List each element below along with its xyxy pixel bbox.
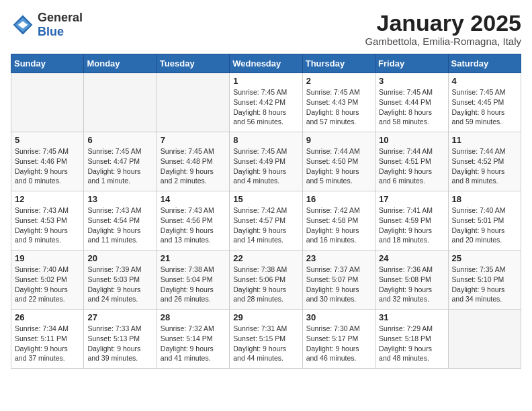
daylight-label: Daylight: 9 hours and 1 minute.	[87, 167, 140, 185]
cell-content: Sunrise: 7:33 AMSunset: 5:13 PMDaylight:…	[87, 324, 152, 363]
sunset-label: Sunset: 5:01 PM	[452, 216, 504, 224]
cell-content: Sunrise: 7:40 AMSunset: 5:01 PMDaylight:…	[452, 205, 517, 245]
daylight-label: Daylight: 9 hours and 22 minutes.	[15, 285, 68, 304]
daylight-label: Daylight: 9 hours and 16 minutes.	[306, 226, 359, 244]
cell-content: Sunrise: 7:31 AMSunset: 5:15 PMDaylight:…	[233, 324, 298, 363]
calendar-cell: 9Sunrise: 7:44 AMSunset: 4:50 PMDaylight…	[302, 132, 375, 191]
cell-content: Sunrise: 7:36 AMSunset: 5:08 PMDaylight:…	[379, 265, 444, 304]
sunrise-label: Sunrise: 7:45 AM	[306, 88, 360, 96]
daylight-label: Daylight: 9 hours and 0 minutes.	[15, 167, 68, 185]
cell-content: Sunrise: 7:45 AMSunset: 4:46 PMDaylight:…	[15, 146, 80, 186]
day-number: 31	[379, 312, 444, 322]
sunset-label: Sunset: 4:57 PM	[233, 216, 285, 224]
calendar-cell: 3Sunrise: 7:45 AMSunset: 4:44 PMDaylight…	[375, 73, 448, 132]
day-number: 6	[87, 135, 152, 145]
cell-content: Sunrise: 7:29 AMSunset: 5:18 PMDaylight:…	[379, 324, 444, 363]
cell-content: Sunrise: 7:30 AMSunset: 5:17 PMDaylight:…	[306, 324, 371, 363]
weekday-header-wednesday: Wednesday	[230, 54, 302, 73]
day-number: 18	[452, 194, 517, 204]
sunrise-label: Sunrise: 7:43 AM	[15, 206, 69, 214]
day-number: 9	[306, 135, 371, 145]
calendar-cell	[11, 73, 84, 132]
weekday-header-sunday: Sunday	[11, 54, 84, 73]
cell-content: Sunrise: 7:37 AMSunset: 5:07 PMDaylight:…	[306, 265, 371, 304]
sunset-label: Sunset: 4:50 PM	[306, 157, 359, 165]
sunset-label: Sunset: 4:43 PM	[306, 98, 359, 106]
calendar-cell: 6Sunrise: 7:45 AMSunset: 4:47 PMDaylight…	[84, 132, 157, 191]
daylight-label: Daylight: 9 hours and 39 minutes.	[87, 345, 140, 363]
cell-content: Sunrise: 7:43 AMSunset: 4:53 PMDaylight:…	[15, 205, 80, 245]
calendar-cell: 21Sunrise: 7:38 AMSunset: 5:04 PMDayligh…	[157, 250, 229, 310]
sunset-label: Sunset: 5:08 PM	[379, 275, 431, 283]
calendar-subtitle: Gambettola, Emilia-Romagna, Italy	[365, 36, 521, 47]
daylight-label: Daylight: 9 hours and 28 minutes.	[233, 285, 286, 304]
weekday-header-thursday: Thursday	[302, 54, 375, 73]
sunrise-label: Sunrise: 7:45 AM	[87, 147, 141, 155]
day-number: 7	[161, 135, 226, 145]
sunset-label: Sunset: 4:45 PM	[452, 98, 504, 106]
calendar-title: January 2025	[365, 11, 521, 36]
daylight-label: Daylight: 9 hours and 6 minutes.	[379, 167, 432, 185]
sunrise-label: Sunrise: 7:42 AM	[233, 206, 287, 214]
calendar-week-row: 26Sunrise: 7:34 AMSunset: 5:11 PMDayligh…	[11, 310, 521, 369]
daylight-label: Daylight: 9 hours and 14 minutes.	[233, 226, 286, 244]
sunset-label: Sunset: 5:13 PM	[87, 334, 140, 342]
logo-general-text: General	[38, 11, 83, 25]
cell-content: Sunrise: 7:45 AMSunset: 4:49 PMDaylight:…	[233, 146, 298, 186]
cell-content: Sunrise: 7:35 AMSunset: 5:10 PMDaylight:…	[452, 265, 517, 304]
daylight-label: Daylight: 9 hours and 20 minutes.	[452, 226, 505, 244]
sunset-label: Sunset: 5:06 PM	[233, 275, 285, 283]
daylight-label: Daylight: 9 hours and 26 minutes.	[161, 285, 214, 304]
sunset-label: Sunset: 5:18 PM	[379, 334, 431, 342]
day-number: 15	[233, 194, 298, 204]
day-number: 29	[233, 312, 298, 322]
day-number: 17	[379, 194, 444, 204]
calendar-cell: 29Sunrise: 7:31 AMSunset: 5:15 PMDayligh…	[230, 310, 302, 369]
sunrise-label: Sunrise: 7:45 AM	[233, 147, 287, 155]
daylight-label: Daylight: 9 hours and 30 minutes.	[306, 285, 359, 304]
daylight-label: Daylight: 9 hours and 41 minutes.	[161, 345, 214, 363]
calendar-cell: 26Sunrise: 7:34 AMSunset: 5:11 PMDayligh…	[11, 310, 84, 369]
daylight-label: Daylight: 9 hours and 37 minutes.	[15, 345, 68, 363]
calendar-cell: 20Sunrise: 7:39 AMSunset: 5:03 PMDayligh…	[84, 250, 157, 310]
calendar-cell: 14Sunrise: 7:43 AMSunset: 4:56 PMDayligh…	[157, 191, 229, 250]
calendar-cell: 11Sunrise: 7:44 AMSunset: 4:52 PMDayligh…	[448, 132, 521, 191]
day-number: 21	[161, 253, 226, 263]
calendar-cell: 30Sunrise: 7:30 AMSunset: 5:17 PMDayligh…	[302, 310, 375, 369]
daylight-label: Daylight: 9 hours and 8 minutes.	[452, 167, 505, 185]
cell-content: Sunrise: 7:41 AMSunset: 4:59 PMDaylight:…	[379, 205, 444, 245]
sunrise-label: Sunrise: 7:30 AM	[306, 324, 360, 332]
calendar-table: SundayMondayTuesdayWednesdayThursdayFrid…	[11, 54, 521, 369]
day-number: 27	[87, 312, 152, 322]
cell-content: Sunrise: 7:45 AMSunset: 4:44 PMDaylight:…	[379, 87, 444, 127]
logo-text: General Blue	[38, 11, 83, 39]
sunset-label: Sunset: 4:47 PM	[87, 157, 140, 165]
sunrise-label: Sunrise: 7:38 AM	[233, 265, 287, 273]
weekday-header-row: SundayMondayTuesdayWednesdayThursdayFrid…	[11, 54, 521, 73]
cell-content: Sunrise: 7:45 AMSunset: 4:42 PMDaylight:…	[233, 87, 298, 127]
calendar-cell: 31Sunrise: 7:29 AMSunset: 5:18 PMDayligh…	[375, 310, 448, 369]
daylight-label: Daylight: 9 hours and 4 minutes.	[233, 167, 286, 185]
day-number: 19	[15, 253, 80, 263]
cell-content: Sunrise: 7:32 AMSunset: 5:14 PMDaylight:…	[161, 324, 226, 363]
calendar-cell: 28Sunrise: 7:32 AMSunset: 5:14 PMDayligh…	[157, 310, 229, 369]
logo-blue-text: Blue	[38, 25, 83, 39]
sunset-label: Sunset: 4:48 PM	[161, 157, 213, 165]
daylight-label: Daylight: 9 hours and 9 minutes.	[15, 226, 68, 244]
cell-content: Sunrise: 7:45 AMSunset: 4:48 PMDaylight:…	[161, 146, 226, 186]
daylight-label: Daylight: 8 hours and 58 minutes.	[379, 108, 432, 126]
calendar-cell: 18Sunrise: 7:40 AMSunset: 5:01 PMDayligh…	[448, 191, 521, 250]
calendar-cell: 2Sunrise: 7:45 AMSunset: 4:43 PMDaylight…	[302, 73, 375, 132]
logo: General Blue	[11, 11, 83, 39]
weekday-header-friday: Friday	[375, 54, 448, 73]
page-header: General Blue January 2025 Gambettola, Em…	[11, 11, 521, 47]
daylight-label: Daylight: 9 hours and 24 minutes.	[87, 285, 140, 304]
daylight-label: Daylight: 9 hours and 11 minutes.	[87, 226, 140, 244]
sunset-label: Sunset: 4:44 PM	[379, 98, 431, 106]
cell-content: Sunrise: 7:42 AMSunset: 4:58 PMDaylight:…	[306, 205, 371, 245]
calendar-cell: 23Sunrise: 7:37 AMSunset: 5:07 PMDayligh…	[302, 250, 375, 310]
calendar-week-row: 1Sunrise: 7:45 AMSunset: 4:42 PMDaylight…	[11, 73, 521, 132]
sunrise-label: Sunrise: 7:42 AM	[306, 206, 360, 214]
day-number: 25	[452, 253, 517, 263]
calendar-cell: 12Sunrise: 7:43 AMSunset: 4:53 PMDayligh…	[11, 191, 84, 250]
